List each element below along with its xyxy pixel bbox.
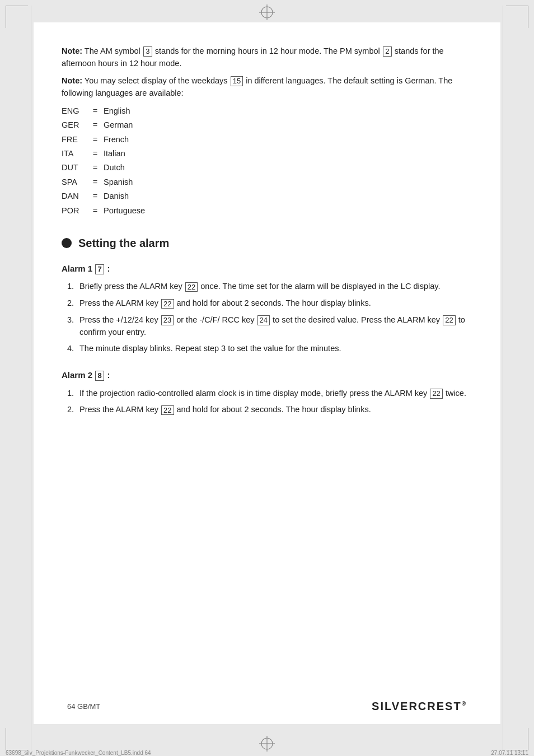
alarm2-step2: 2. Press the ALARM key 22 and hold for a… — [67, 404, 472, 416]
alarm2-section: Alarm 2 8 : 1. If the projection radio-c… — [62, 369, 472, 416]
lang-code-dan: DAN — [62, 189, 87, 203]
note-2: Note: You may select display of the week… — [62, 74, 472, 100]
alarm2-step1-text: If the projection radio-controlled alarm… — [79, 388, 472, 400]
lang-name-eng: English — [104, 104, 472, 118]
note1-box2: 2 — [383, 46, 392, 57]
lang-row-ita: ITA = Italian — [62, 147, 472, 161]
alarm1-step3-text: Press the +/12/24 key 23 or the -/C/F/ R… — [79, 314, 472, 339]
lang-code-spa: SPA — [62, 175, 87, 189]
alarm2-s2-box22: 22 — [161, 405, 174, 416]
alarm2-box: 8 — [95, 371, 104, 381]
page-content: Note: The AM symbol 3 stands for the mor… — [34, 22, 500, 724]
alarm2-step1: 1. If the projection radio-controlled al… — [67, 388, 472, 400]
date-info: 27.07.11 13:11 — [491, 750, 528, 756]
alarm1-step1-num: 1. — [67, 281, 79, 293]
right-line — [503, 6, 503, 750]
alarm1-s3-box24: 24 — [257, 315, 270, 325]
alarm1-s3-box22: 22 — [443, 315, 455, 325]
lang-row-fre: FRE = French — [62, 133, 472, 147]
lang-code-fre: FRE — [62, 133, 87, 147]
lang-code-eng: ENG — [62, 104, 87, 118]
alarm1-s2-box22: 22 — [161, 299, 174, 309]
lang-name-ger: German — [104, 118, 472, 132]
alarm2-title: Alarm 2 8 : — [62, 369, 472, 382]
section-title: Setting the alarm — [78, 235, 169, 251]
lang-code-ger: GER — [62, 118, 87, 132]
corner-mark-tl — [6, 6, 28, 28]
lang-name-dan: Danish — [104, 189, 472, 203]
corner-mark-tr — [506, 6, 528, 28]
page-wrapper: Note: The AM symbol 3 stands for the mor… — [0, 0, 534, 756]
lang-row-dut: DUT = Dutch — [62, 161, 472, 175]
alarm2-s1-box22: 22 — [430, 389, 442, 399]
lang-eq-por: = — [87, 204, 104, 218]
alarm1-box: 7 — [95, 264, 104, 274]
alarm1-step1-text: Briefly press the ALARM key 22 once. The… — [79, 281, 472, 293]
lang-row-dan: DAN = Danish — [62, 189, 472, 203]
alarm1-section: Alarm 1 7 : 1. Briefly press the ALARM k… — [62, 263, 472, 355]
lang-name-spa: Spanish — [104, 175, 472, 189]
alarm1-step4: 4. The minute display blinks. Repeat ste… — [67, 343, 472, 355]
alarm1-s1-box22: 22 — [185, 282, 198, 292]
brand-text: SILVERCREST — [372, 700, 462, 712]
lang-name-fre: French — [104, 133, 472, 147]
alarm1-step2-text: Press the ALARM key 22 and hold for abou… — [79, 297, 472, 310]
note1-text2: stands for the morning hours in 12 hour … — [155, 46, 382, 55]
note1-text1: The AM symbol — [85, 46, 143, 55]
alarm1-step2: 2. Press the ALARM key 22 and hold for a… — [67, 297, 472, 310]
lang-eq-ger: = — [87, 118, 104, 132]
alarm2-step2-text: Press the ALARM key 22 and hold for abou… — [79, 404, 472, 416]
alarm1-colon: : — [107, 264, 110, 273]
alarm1-step4-text: The minute display blinks. Repeat step 3… — [79, 343, 472, 355]
alarm1-title-text: Alarm 1 — [62, 264, 95, 273]
lang-eq-eng: = — [87, 104, 104, 118]
lang-code-por: POR — [62, 204, 87, 218]
bullet-icon — [62, 238, 72, 248]
alarm1-step2-num: 2. — [67, 297, 79, 310]
lang-eq-spa: = — [87, 175, 104, 189]
section-heading: Setting the alarm — [62, 235, 472, 251]
file-info: 63698_silv_Projektions-Funkwecker_Conten… — [6, 750, 151, 756]
lang-eq-ita: = — [87, 147, 104, 161]
lang-code-ita: ITA — [62, 147, 87, 161]
lang-name-dut: Dutch — [104, 161, 472, 175]
alarm1-s3-box23: 23 — [161, 315, 174, 325]
corner-mark-br — [506, 728, 528, 750]
main-text: Note: The AM symbol 3 stands for the mor… — [62, 39, 472, 416]
lang-eq-dut: = — [87, 161, 104, 175]
alarm1-step1: 1. Briefly press the ALARM key 22 once. … — [67, 281, 472, 293]
lang-row-por: POR = Portuguese — [62, 204, 472, 218]
note2-box1: 15 — [231, 76, 243, 86]
reg-mark-bottom — [259, 736, 275, 752]
note2-text1: You may select display of the weekdays — [85, 76, 230, 85]
alarm1-step3-num: 3. — [67, 314, 79, 326]
lang-row-spa: SPA = Spanish — [62, 175, 472, 189]
brand-name: SILVERCREST® — [372, 700, 467, 713]
alarm2-step1-num: 1. — [67, 388, 79, 400]
lang-code-dut: DUT — [62, 161, 87, 175]
alarm2-title-text: Alarm 2 — [62, 370, 95, 380]
alarm2-step2-num: 2. — [67, 404, 79, 416]
alarm2-steps: 1. If the projection radio-controlled al… — [67, 388, 472, 417]
lang-eq-dan: = — [87, 189, 104, 203]
alarm1-title: Alarm 1 7 : — [62, 263, 472, 276]
note1-bold: Note: — [62, 46, 82, 55]
footer-page-label: 64 GB/MT — [67, 702, 100, 711]
note2-bold: Note: — [62, 76, 82, 85]
lang-name-por: Portuguese — [104, 204, 472, 218]
lang-name-ita: Italian — [104, 147, 472, 161]
note1-box1: 3 — [143, 46, 152, 57]
note-1: Note: The AM symbol 3 stands for the mor… — [62, 45, 472, 70]
alarm1-step3: 3. Press the +/12/24 key 23 or the -/C/F… — [67, 314, 472, 339]
reg-mark-top — [259, 4, 275, 20]
left-line — [31, 6, 31, 750]
corner-mark-bl — [6, 728, 28, 750]
alarm1-step4-num: 4. — [67, 343, 79, 355]
language-table: ENG = English GER = German FRE = French … — [62, 104, 472, 218]
brand-reg: ® — [462, 701, 467, 707]
lang-row-eng: ENG = English — [62, 104, 472, 118]
footer-area: 64 GB/MT SILVERCREST® — [62, 700, 472, 713]
lang-eq-fre: = — [87, 133, 104, 147]
alarm2-colon: : — [107, 370, 110, 380]
lang-row-ger: GER = German — [62, 118, 472, 132]
